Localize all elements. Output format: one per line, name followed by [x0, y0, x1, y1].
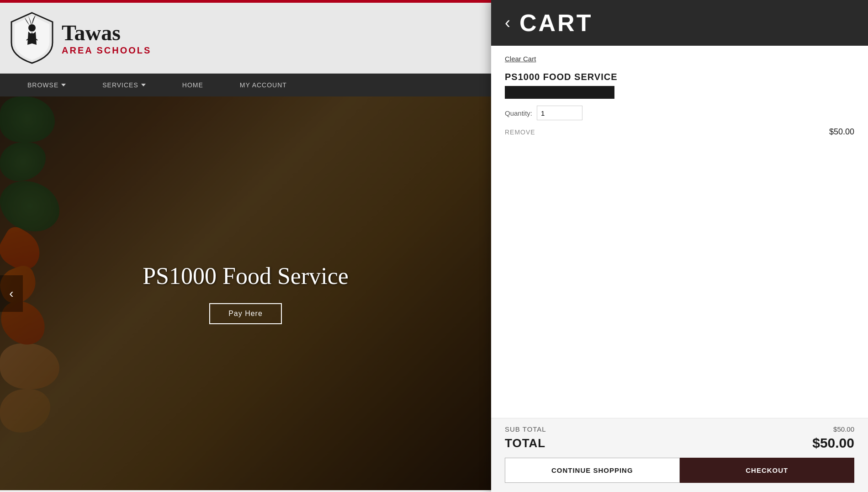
quantity-input[interactable] — [537, 106, 582, 120]
remove-price-row: REMOVE $50.00 — [505, 127, 854, 137]
total-amount: $50.00 — [812, 435, 854, 451]
subtotal-label: SUB TOTAL — [505, 425, 546, 433]
total-label: TOTAL — [505, 436, 545, 450]
cart-item-color-bar — [505, 86, 614, 99]
subtotal-amount: $50.00 — [833, 425, 854, 433]
total-row: TOTAL $50.00 — [505, 435, 854, 451]
checkout-button[interactable]: CHECKOUT — [680, 458, 855, 483]
chevron-down-icon — [141, 84, 146, 86]
nav-bar: BROWSE SERVICES HOME MY ACCOUNT — [0, 74, 491, 96]
hero-section: ‹ PS1000 Food Service Pay Here — [0, 96, 491, 490]
nav-services[interactable]: SERVICES — [84, 74, 164, 96]
cart-header: ‹ CART — [491, 0, 868, 46]
quantity-row: Quantity: — [505, 106, 854, 120]
main-page: Tawas AREA SCHOOLS BROWSE SERVICES HOME … — [0, 0, 491, 492]
cart-panel: ‹ CART Clear Cart PS1000 FOOD SERVICE Qu… — [491, 0, 868, 492]
chevron-down-icon — [61, 84, 66, 86]
cart-item: PS1000 FOOD SERVICE Quantity: REMOVE $50… — [505, 72, 854, 137]
nav-home[interactable]: HOME — [164, 74, 222, 96]
subtotal-row: SUB TOTAL $50.00 — [505, 425, 854, 433]
school-name-main: Tawas — [62, 20, 151, 45]
school-logo-icon — [9, 11, 55, 65]
cart-back-button[interactable]: ‹ — [505, 13, 510, 32]
header: Tawas AREA SCHOOLS — [0, 3, 491, 74]
pay-here-button[interactable]: Pay Here — [209, 303, 282, 324]
cart-footer: SUB TOTAL $50.00 TOTAL $50.00 CONTINUE S… — [491, 418, 868, 492]
cart-action-buttons: CONTINUE SHOPPING CHECKOUT — [505, 458, 854, 492]
cart-item-name: PS1000 FOOD SERVICE — [505, 72, 854, 82]
school-name-sub: AREA SCHOOLS — [62, 45, 151, 56]
remove-item-link[interactable]: REMOVE — [505, 128, 535, 136]
item-price: $50.00 — [829, 127, 854, 137]
nav-browse[interactable]: BROWSE — [9, 74, 84, 96]
hero-title: PS1000 Food Service — [143, 262, 349, 289]
clear-cart-link[interactable]: Clear Cart — [505, 55, 854, 63]
quantity-label: Quantity: — [505, 109, 532, 117]
cart-title: CART — [519, 9, 593, 37]
school-name: Tawas AREA SCHOOLS — [62, 20, 151, 56]
cart-body: Clear Cart PS1000 FOOD SERVICE Quantity:… — [491, 46, 868, 418]
continue-shopping-button[interactable]: CONTINUE SHOPPING — [505, 458, 680, 483]
hero-overlay — [0, 96, 491, 490]
nav-my-account[interactable]: MY ACCOUNT — [222, 74, 305, 96]
hero-prev-button[interactable]: ‹ — [0, 275, 23, 312]
logo-container: Tawas AREA SCHOOLS — [9, 11, 151, 65]
